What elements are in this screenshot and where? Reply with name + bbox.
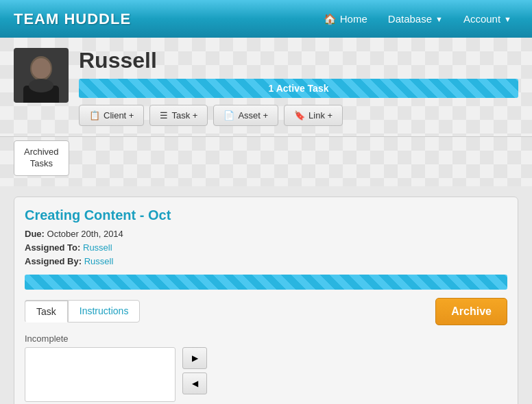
svg-point-2 — [32, 58, 51, 79]
link-button[interactable]: 🔖 Link + — [284, 105, 343, 126]
account-dropdown-icon: ▼ — [504, 15, 511, 23]
tab-task[interactable]: Task — [25, 300, 68, 323]
profile-bottom-row: ArchivedTasks — [0, 137, 532, 186]
archived-tasks-button[interactable]: ArchivedTasks — [14, 140, 69, 176]
main-content: Creating Content - Oct Due: October 20th… — [0, 186, 532, 404]
profile-section: Russell 1 Active Task 📋 Client + ☰ Task … — [0, 38, 532, 137]
client-button[interactable]: 📋 Client + — [79, 105, 144, 126]
nav-home[interactable]: 🏠 Home — [317, 10, 374, 29]
active-task-bar: 1 Active Task — [79, 79, 518, 98]
profile-content: Russell 1 Active Task 📋 Client + ☰ Task … — [79, 48, 518, 126]
assigned-to-link[interactable]: Russell — [83, 242, 112, 253]
action-buttons-row: 📋 Client + ☰ Task + 📄 Asset + 🔖 Link + — [79, 105, 518, 126]
arrow-left-icon: ◀ — [192, 379, 198, 388]
task-title: Creating Content - Oct — [25, 207, 507, 223]
task-assigned-by: Assigned By: Russell — [25, 256, 507, 266]
home-icon: 🏠 — [324, 13, 337, 25]
client-icon: 📋 — [89, 110, 100, 121]
incomplete-textarea[interactable] — [25, 347, 176, 402]
task-card: Creating Content - Oct Due: October 20th… — [14, 197, 518, 404]
main-nav: 🏠 Home Database ▼ Account ▼ — [317, 10, 518, 29]
archive-button[interactable]: Archive — [435, 298, 507, 325]
avatar — [14, 48, 69, 105]
progress-bar — [25, 275, 507, 290]
arrow-buttons: ▶ ◀ — [182, 347, 207, 394]
svg-point-4 — [29, 79, 53, 92]
database-dropdown-icon: ▼ — [435, 15, 443, 23]
arrow-left-button[interactable]: ◀ — [182, 373, 207, 394]
link-icon: 🔖 — [294, 110, 305, 121]
asset-icon: 📄 — [223, 110, 234, 121]
task-button[interactable]: ☰ Task + — [149, 105, 208, 126]
incomplete-row: ▶ ◀ — [25, 347, 507, 402]
task-assigned-to: Assigned To: Russell — [25, 242, 507, 253]
task-due: Due: October 20th, 2014 — [25, 229, 507, 239]
tab-group: Task Instructions — [25, 300, 140, 323]
app-header: TEAM HUDDLE 🏠 Home Database ▼ Account ▼ — [0, 0, 532, 38]
assigned-by-link[interactable]: Russell — [84, 256, 114, 266]
arrow-right-icon: ▶ — [192, 353, 198, 363]
progress-bar-fill — [25, 275, 507, 290]
tab-instructions[interactable]: Instructions — [68, 300, 141, 323]
nav-database[interactable]: Database ▼ — [381, 10, 450, 28]
nav-account[interactable]: Account ▼ — [457, 10, 518, 28]
task-tabs-row: Task Instructions Archive — [25, 298, 507, 325]
incomplete-section: Incomplete ▶ ◀ — [25, 333, 507, 402]
incomplete-label: Incomplete — [25, 333, 507, 344]
task-icon: ☰ — [160, 110, 168, 121]
arrow-right-button[interactable]: ▶ — [182, 347, 207, 369]
app-logo: TEAM HUDDLE — [14, 10, 317, 28]
profile-name: Russell — [79, 48, 518, 73]
asset-button[interactable]: 📄 Asset + — [213, 105, 278, 126]
